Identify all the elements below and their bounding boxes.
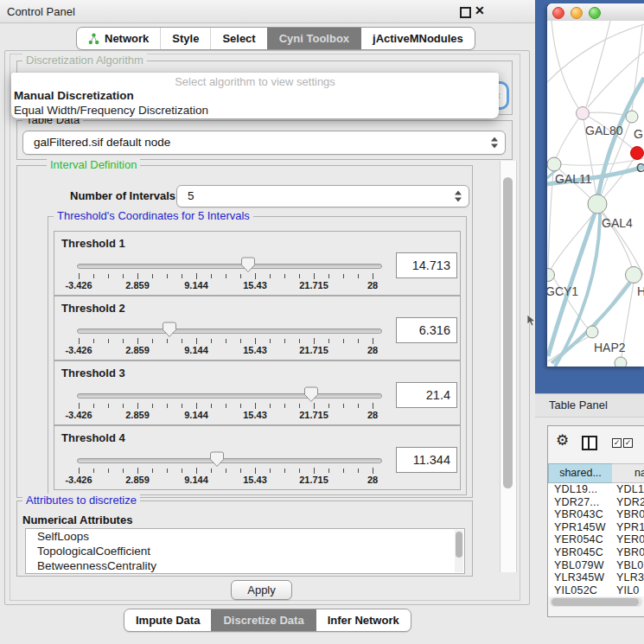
table-row[interactable]: YPR145WYPR1 <box>548 521 644 534</box>
settings-gear-icon[interactable]: ⚙ <box>556 431 569 450</box>
network-node-c[interactable] <box>631 147 644 160</box>
slider-track[interactable] <box>77 458 382 463</box>
cell-name[interactable]: YBR0 <box>616 508 644 521</box>
close-traffic-light-icon[interactable] <box>552 7 564 19</box>
slider-track[interactable] <box>77 393 382 399</box>
threshold-value-field[interactable]: 6.316 <box>396 317 457 343</box>
slider-scale-label: 2.859 <box>110 475 165 485</box>
cell-shared-name[interactable]: YDR27... <box>554 496 599 509</box>
network-node-hap2[interactable] <box>586 326 598 338</box>
vertical-scrollbar[interactable] <box>500 161 517 572</box>
table-row[interactable]: YER054CYER0 <box>548 533 644 546</box>
cell-name[interactable]: YBL0 <box>616 559 643 572</box>
cell-name[interactable]: YBR0 <box>616 546 644 559</box>
slider-tick <box>79 338 80 344</box>
table-row[interactable]: YBL079WYBL0 <box>548 559 644 572</box>
dropdown-option[interactable]: Manual Discretization <box>14 89 134 102</box>
network-node-g[interactable] <box>626 111 638 123</box>
scrollbar-thumb[interactable] <box>552 598 639 606</box>
close-icon[interactable]: ✕ <box>475 3 485 17</box>
slider-thumb[interactable] <box>163 322 176 338</box>
number-of-intervals-combobox[interactable]: 5 <box>176 185 469 207</box>
cell-shared-name[interactable]: YBR045C <box>554 546 603 559</box>
tab-jactivemnodules[interactable]: jActiveMNodules <box>360 28 475 49</box>
slider-scale-label: 21.715 <box>286 410 341 420</box>
cell-shared-name[interactable]: YIL052C <box>554 584 597 597</box>
threshold-value-field[interactable]: 21.4 <box>396 382 457 408</box>
slider-tick <box>93 469 94 473</box>
network-edge[interactable] <box>551 213 595 270</box>
table-row[interactable]: YDR27...YDR2 <box>548 496 644 509</box>
list-scrollbar[interactable] <box>455 530 463 572</box>
cell-name[interactable]: YER0 <box>616 533 644 546</box>
table-data-combobox[interactable]: galFiltered.sif default node <box>22 131 506 155</box>
cell-name[interactable]: YLR3 <box>616 571 644 584</box>
checkbox-icon[interactable]: ✓ <box>623 438 633 448</box>
node-label: GAL80 <box>585 124 623 137</box>
cell-name[interactable]: YPR1 <box>616 521 644 534</box>
slider-thumb[interactable] <box>304 386 318 403</box>
threshold-value-field[interactable]: 14.713 <box>396 252 457 278</box>
tab-style[interactable]: Style <box>160 28 210 49</box>
table-row[interactable]: YIL052CYIL0 <box>548 584 644 597</box>
slider-tick <box>314 273 315 279</box>
cell-name[interactable]: YDR2 <box>616 496 644 509</box>
network-canvas[interactable]: GAL80GCGAL11GAL4GCY1HHAP2 <box>547 21 644 367</box>
scrollbar-thumb[interactable] <box>456 532 462 558</box>
table-row[interactable]: YDL19...YDL1 <box>548 483 644 496</box>
network-edge[interactable] <box>586 21 610 107</box>
numerical-attributes-list[interactable]: SelfLoopsTopologicalCoefficientBetweenne… <box>25 528 465 574</box>
network-node-h[interactable] <box>626 267 642 284</box>
cell-shared-name[interactable]: YER054C <box>554 533 603 546</box>
tab-select[interactable]: Select <box>210 28 266 49</box>
slider-tick <box>123 404 124 408</box>
threshold-label: Threshold 3 <box>61 367 125 379</box>
horizontal-scrollbar[interactable] <box>550 597 642 607</box>
tab-discretize-data[interactable]: Discretize Data <box>211 609 315 631</box>
minimize-traffic-light-icon[interactable] <box>571 7 583 19</box>
apply-button[interactable]: Apply <box>231 580 292 600</box>
tab-network[interactable]: Network <box>77 28 160 49</box>
network-edge[interactable] <box>551 273 588 328</box>
tab-impute-data[interactable]: Impute Data <box>124 609 211 631</box>
float-window-icon[interactable] <box>460 7 471 18</box>
slider-tick <box>270 339 271 343</box>
network-node-gal4[interactable] <box>588 194 607 214</box>
column-header-shared-name[interactable]: shared... <box>548 463 613 483</box>
list-item[interactable]: SelfLoops <box>26 529 464 544</box>
network-window-titlebar[interactable] <box>547 3 644 22</box>
scrollbar-thumb[interactable] <box>503 177 513 488</box>
column-header-name[interactable]: na <box>612 463 644 483</box>
slider-thumb[interactable] <box>241 257 255 273</box>
slider-scale-label: 21.715 <box>286 475 341 485</box>
table-row[interactable]: YBR043CYBR0 <box>548 508 644 521</box>
tab-infer-network[interactable]: Infer Network <box>316 609 411 631</box>
cell-name[interactable]: YDL1 <box>616 483 644 496</box>
network-edge[interactable] <box>552 21 578 108</box>
split-columns-icon[interactable] <box>582 436 597 450</box>
network-edge[interactable] <box>555 113 583 161</box>
threshold-value-field[interactable]: 11.344 <box>396 447 457 473</box>
network-node-gal80[interactable] <box>577 107 590 120</box>
dropdown-option[interactable]: Equal Width/Frequency Discretization <box>14 104 208 117</box>
cell-shared-name[interactable]: YDL19... <box>554 483 597 496</box>
zoom-traffic-light-icon[interactable] <box>589 7 601 19</box>
list-item[interactable]: TopologicalCoefficient <box>26 544 464 558</box>
network-node[interactable] <box>615 357 627 367</box>
checkbox-icon[interactable]: ✓ <box>612 438 622 448</box>
slider-thumb[interactable] <box>210 451 224 468</box>
cell-shared-name[interactable]: YPR145W <box>554 521 606 534</box>
network-node-gcy1[interactable] <box>547 269 555 282</box>
table-row[interactable]: YBR045CYBR0 <box>548 546 644 559</box>
cell-shared-name[interactable]: YLR345W <box>554 571 604 584</box>
tab-cyni-toolbox[interactable]: Cyni Toolbox <box>267 28 360 49</box>
network-graph[interactable]: GAL80GCGAL11GAL4GCY1HHAP2 <box>547 21 644 367</box>
slider-track[interactable] <box>77 328 382 334</box>
slider-track[interactable] <box>77 264 382 269</box>
cell-name[interactable]: YIL0 <box>616 584 640 597</box>
network-node-gal11[interactable] <box>547 157 561 171</box>
cell-shared-name[interactable]: YBL079W <box>554 559 604 572</box>
table-row[interactable]: YLR345WYLR3 <box>548 571 644 584</box>
list-item[interactable]: BetweennessCentrality <box>26 558 464 573</box>
cell-shared-name[interactable]: YBR043C <box>554 508 603 521</box>
